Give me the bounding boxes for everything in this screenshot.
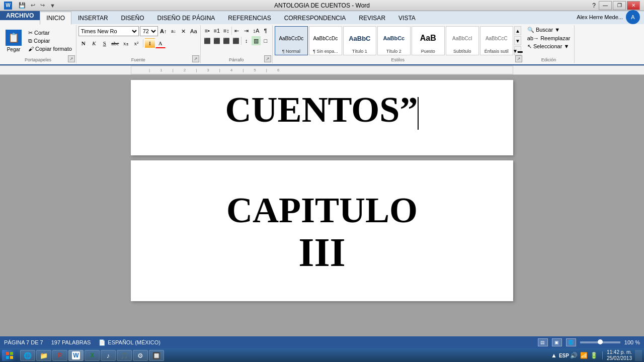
taskbar-explorer[interactable]: 📁 — [36, 350, 51, 361]
view-read-button[interactable]: ▣ — [552, 338, 562, 346]
style-heading2[interactable]: AaBbCc Título 2 — [377, 26, 411, 55]
network-icon[interactable]: 📶 — [580, 351, 588, 359]
excel-icon: X — [88, 351, 96, 359]
bullets-button[interactable]: ≡• — [203, 26, 212, 35]
gallery-expand[interactable]: ▼▬ — [514, 46, 521, 55]
strikethrough-button[interactable]: abc — [110, 38, 120, 48]
justify-button[interactable]: ⬛ — [231, 36, 240, 45]
align-center-button[interactable]: ⬛ — [212, 36, 221, 45]
font-grow-button[interactable]: A↑ — [159, 27, 168, 36]
taskbar-chrome[interactable]: 🌐 — [20, 350, 35, 361]
page-indicator: PÁGINA 7 DE 7 — [4, 339, 43, 345]
shading-button[interactable]: ▥ — [252, 36, 261, 45]
copy-format-button[interactable]: 🖌 Copiar formato — [26, 45, 74, 52]
clear-format-button[interactable]: ✕ — [179, 27, 188, 36]
estilos-expand[interactable]: ↗ — [515, 55, 522, 62]
style-emphasis-label: Énfasis sutil — [485, 49, 509, 54]
gallery-down[interactable]: ▼ — [514, 36, 521, 45]
save-quickaccess[interactable]: 💾 — [17, 2, 27, 9]
numbered-button[interactable]: ≡1 — [212, 26, 221, 35]
restore-button[interactable]: ❐ — [613, 1, 626, 10]
paste-button[interactable]: 📋 Pegar — [2, 28, 25, 54]
battery-icon[interactable]: 🔋 — [590, 351, 598, 359]
taskbar-settings[interactable]: ⚙ — [133, 350, 148, 361]
undo-quickaccess[interactable]: ↩ — [29, 2, 37, 9]
change-case-button[interactable]: Aa — [189, 27, 198, 36]
volume-icon[interactable]: 🔊 — [570, 351, 578, 359]
tab-diseno[interactable]: DISEÑO — [115, 11, 151, 24]
font-family-select[interactable]: Times New Ro — [78, 26, 139, 36]
taskbar-powerpoint[interactable]: P — [52, 350, 67, 361]
keyboard-icon[interactable]: ESP — [560, 351, 568, 359]
taskbar-excel[interactable]: X — [85, 350, 100, 361]
doc-page-1[interactable]: CUENTOS” — [131, 80, 513, 155]
paste-icon: 📋 — [6, 30, 22, 46]
tab-vista[interactable]: VISTA — [392, 11, 422, 24]
underline-button[interactable]: S — [100, 38, 110, 48]
ribbon-tab-row: ARCHIVO INICIO INSERTAR DISEÑO DISEÑO DE… — [0, 11, 644, 24]
border-button[interactable]: □ — [261, 36, 270, 45]
close-button[interactable]: ✕ — [627, 1, 640, 10]
windows-logo-icon — [6, 352, 13, 359]
bold-button[interactable]: N — [78, 38, 89, 48]
multilevel-button[interactable]: ≡↕ — [222, 26, 231, 35]
tab-referencias[interactable]: REFERENCIAS — [221, 11, 277, 24]
taskbar-misc[interactable]: 🔲 — [149, 350, 164, 361]
start-button[interactable] — [2, 350, 17, 361]
show-desktop-button[interactable] — [635, 350, 642, 361]
style-no-spacing[interactable]: AaBbCcDc ¶ Sin espa... — [309, 26, 342, 55]
paste-label: Pegar — [7, 47, 21, 52]
tab-insertar[interactable]: INSERTAR — [71, 11, 115, 24]
copy-button[interactable]: ⧉ Copiar — [26, 37, 74, 45]
style-emphasis[interactable]: AaBbCcC Énfasis sutil — [480, 26, 513, 55]
group-parrafo: ≡• ≡1 ≡↕ ⇤ ⇥ ↕A ¶ ⬛ ⬛ ⬛ ⬛ ↕ ▥ — [201, 25, 273, 63]
font-size-select[interactable]: 72 — [140, 26, 158, 36]
superscript-button[interactable]: x² — [131, 38, 141, 48]
minimize-button[interactable]: — — [599, 1, 612, 10]
help-icon[interactable]: ? — [590, 2, 598, 9]
fuente-expand[interactable]: ↗ — [192, 55, 199, 62]
cut-button[interactable]: ✂ Cortar — [26, 29, 74, 37]
zoom-slider[interactable] — [580, 341, 620, 343]
sort-button[interactable]: ↕A — [252, 26, 261, 35]
zoom-thumb[interactable] — [598, 339, 603, 344]
tab-revisar[interactable]: REVISAR — [352, 11, 392, 24]
show-marks-button[interactable]: ¶ — [261, 26, 270, 35]
font-shrink-button[interactable]: a↓ — [169, 27, 178, 36]
style-heading2-preview: AaBbCc — [379, 28, 409, 49]
decrease-indent-button[interactable]: ⇤ — [232, 26, 242, 35]
style-subtitle[interactable]: AaBbCcI Subtítulo — [446, 26, 479, 55]
view-print-button[interactable]: ▤ — [538, 338, 548, 346]
align-left-button[interactable]: ⬛ — [203, 36, 212, 45]
font-color-button[interactable]: A — [155, 38, 166, 48]
taskbar-media[interactable]: ♪ — [101, 350, 116, 361]
style-normal[interactable]: AaBbCcDc ¶ Normal — [275, 26, 308, 55]
tab-correspondencia[interactable]: CORRESPONDENCIA — [278, 11, 353, 24]
style-title[interactable]: AaB Puesto — [412, 26, 445, 55]
redo-quickaccess[interactable]: ↪ — [39, 2, 46, 9]
style-heading1[interactable]: AaBbC Título 1 — [343, 26, 376, 55]
more-quickaccess[interactable]: ▼ — [48, 3, 57, 9]
tray-arrow[interactable]: ▲ — [550, 351, 558, 359]
subscript-button[interactable]: x₂ — [121, 38, 131, 48]
gallery-up[interactable]: ▲ — [514, 26, 521, 35]
parrafo-expand[interactable]: ↗ — [264, 55, 271, 62]
taskbar-winamp[interactable]: 🎵 — [117, 350, 132, 361]
font-name-row: Times New Ro 72 A↑ a↓ ✕ Aa — [78, 26, 198, 36]
view-web-button[interactable]: 🌐 — [566, 338, 576, 346]
style-title-label: Puesto — [421, 49, 435, 54]
select-button[interactable]: ↖ Seleccionar ▼ — [525, 43, 572, 50]
doc-page-2[interactable]: CAPITULO III — [131, 160, 513, 301]
taskbar-word[interactable]: W — [68, 350, 84, 361]
tab-diseno-pagina[interactable]: DISEÑO DE PÁGINA — [151, 11, 222, 24]
line-spacing-button[interactable]: ↕ — [242, 36, 251, 45]
increase-indent-button[interactable]: ⇥ — [242, 26, 251, 35]
italic-button[interactable]: K — [89, 38, 99, 48]
find-button[interactable]: 🔍 Buscar ▼ — [525, 26, 562, 34]
replace-button[interactable]: ab→ Reemplazar — [525, 35, 573, 42]
portapapeles-expand[interactable]: ↗ — [68, 55, 75, 62]
align-right-button[interactable]: ⬛ — [222, 36, 231, 45]
highlight-button[interactable]: I — [145, 38, 155, 48]
tab-inicio[interactable]: INICIO — [40, 12, 71, 25]
tab-archivo[interactable]: ARCHIVO — [0, 11, 40, 20]
